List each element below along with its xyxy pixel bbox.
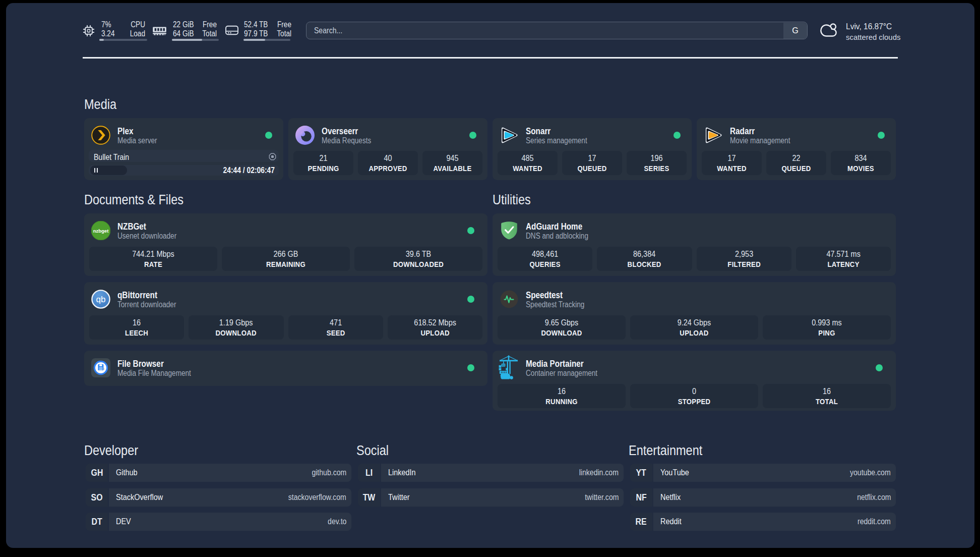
svg-text:qb: qb — [96, 295, 106, 304]
svg-text:nzbget: nzbget — [93, 228, 109, 234]
